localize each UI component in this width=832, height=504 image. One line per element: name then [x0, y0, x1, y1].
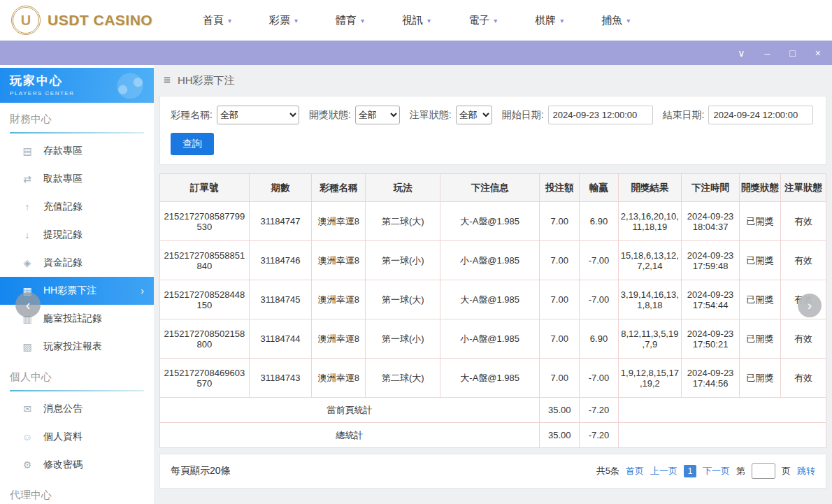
nav-item-home[interactable]: 首頁▾	[203, 14, 231, 27]
cell-lottery: 澳洲幸運8	[312, 241, 366, 280]
nav-item-video[interactable]: 視訊▾	[402, 14, 431, 27]
cell-time: 2024-09-23 17:50:21	[682, 319, 740, 359]
nav-label: 捕魚	[601, 14, 622, 27]
search-button[interactable]: 查詢	[171, 133, 214, 155]
chevron-down-icon: ▾	[427, 17, 431, 24]
nav-label: 首頁	[203, 14, 224, 27]
table-header: 投注額	[540, 174, 580, 202]
cell-time: 2024-09-23 18:04:37	[682, 202, 740, 241]
chevron-down-icon: ▾	[560, 17, 564, 24]
cell-amount: 7.00	[540, 319, 580, 359]
sidebar-item-label: 個人資料	[43, 431, 83, 443]
cell-result: 15,18,6,13,12,7,2,14	[618, 241, 682, 280]
table-row: 2152172708528448150 31184745 澳洲幸運8 第一球(大…	[160, 280, 826, 319]
window-collapse-button[interactable]: ∨	[738, 48, 745, 58]
section-agent-center[interactable]: 代理中心	[10, 489, 144, 504]
page-size-text: 每頁顯示20條	[171, 465, 231, 477]
jump-prefix-label: 第	[736, 465, 745, 477]
window-close-button[interactable]: ×	[815, 48, 821, 58]
chevron-down-icon: ▾	[361, 17, 364, 24]
nav-item-slots[interactable]: 電子▾	[468, 14, 497, 27]
pager: 共5条 首页 上一页 1 下一页 第 页 跳转	[596, 463, 815, 479]
nav-label: 體育	[336, 14, 357, 27]
transfer-icon: ⇄	[21, 173, 34, 185]
chevron-left-icon: ‹	[26, 297, 31, 313]
next-page-link[interactable]: 下一页	[703, 465, 730, 477]
sidebar-item-label: 取款專區	[43, 173, 83, 185]
cell-period: 31184746	[249, 241, 312, 280]
chevron-down-icon: ▾	[294, 17, 298, 24]
filter-actions: 查詢	[171, 133, 815, 155]
cell-draw-status: 已開獎	[740, 241, 781, 280]
filter-row: 彩種名稱: 全部 開獎狀態: 全部 注單狀態: 全部 開始日期: 結束日期:	[171, 106, 815, 124]
window-maximize-button[interactable]: □	[789, 48, 795, 58]
cell-amount: 7.00	[540, 359, 580, 398]
sidebar: 玩家中心 PLAYERS CENTER 財務中心 ▤存款專區 ⇄取款專區 ↑充值…	[0, 65, 154, 504]
first-page-link[interactable]: 首页	[626, 465, 644, 477]
sidebar-item-withdrawal-record[interactable]: ↓提現記錄	[0, 221, 154, 249]
cell-time: 2024-09-23 17:59:48	[682, 241, 740, 280]
report-icon: ▨	[21, 341, 34, 352]
sidebar-item-change-password[interactable]: ⚙修改密碼	[0, 451, 154, 479]
sidebar-item-profile[interactable]: ☺個人資料	[0, 423, 154, 451]
lottery-name-select[interactable]: 全部	[217, 106, 299, 124]
scroll-left-button[interactable]: ‹	[15, 292, 41, 317]
jump-button[interactable]: 跳转	[797, 465, 815, 477]
summary-label: 總統計	[160, 423, 540, 448]
cell-draw-status: 已開獎	[740, 280, 781, 319]
cell-play: 第一球(小)	[366, 319, 440, 359]
cell-order: 2152172708502158800	[160, 319, 250, 359]
draw-status-select[interactable]: 全部	[355, 106, 400, 124]
main-nav: 首頁▾ 彩票▾ 體育▾ 視訊▾ 電子▾ 棋牌▾ 捕魚▾	[203, 14, 630, 27]
cell-lottery: 澳洲幸運8	[312, 359, 366, 398]
section-finance-center[interactable]: 財務中心	[10, 113, 144, 134]
bet-status-select[interactable]: 全部	[456, 106, 492, 124]
page-title: HH彩票下注	[178, 74, 235, 87]
summary-empty-cell	[618, 423, 826, 448]
funds-icon: ◈	[21, 257, 34, 268]
sidebar-header: 玩家中心 PLAYERS CENTER	[0, 68, 154, 103]
current-page-button[interactable]: 1	[684, 465, 696, 477]
nav-item-fishing[interactable]: 捕魚▾	[601, 14, 630, 27]
section-personal-center[interactable]: 個人中心	[10, 370, 144, 391]
pagination-bar: 每頁顯示20條 共5条 首页 上一页 1 下一页 第 页 跳转	[159, 454, 826, 489]
recharge-icon: ↑	[21, 201, 34, 213]
cell-draw-status: 已開獎	[740, 319, 781, 359]
finance-menu: ▤存款專區 ⇄取款專區 ↑充值記錄 ↓提現記錄 ◈資金記錄 ▦HH彩票下注› ▥…	[0, 137, 154, 361]
table-header: 開獎狀態	[740, 174, 781, 202]
table-row: 2152172708558851840 31184746 澳洲幸運8 第一球(小…	[160, 241, 826, 280]
chevron-down-icon: ▾	[228, 17, 231, 24]
brand-name: USDT CASINO	[48, 12, 152, 29]
sidebar-item-recharge-record[interactable]: ↑充值記錄	[0, 193, 154, 221]
sidebar-item-player-bet-report[interactable]: ▨玩家投注報表	[0, 333, 154, 361]
brand-logo[interactable]: U USDT CASINO	[11, 6, 171, 35]
hamburger-menu-icon[interactable]: ≡	[164, 73, 171, 87]
table-header-row: 訂單號 期數 彩種名稱 玩法 下注信息 投注額 輸贏 開獎結果 下注時間 開獎狀…	[160, 174, 826, 202]
sidebar-item-deposit[interactable]: ▤存款專區	[0, 137, 154, 165]
sidebar-item-label: 資金記錄	[43, 257, 83, 269]
nav-item-lottery[interactable]: 彩票▾	[269, 14, 298, 27]
nav-item-cards[interactable]: 棋牌▾	[535, 14, 564, 27]
page-jump-input[interactable]	[752, 463, 775, 479]
end-date-input[interactable]	[708, 106, 813, 124]
draw-status-label: 開獎狀態:	[309, 109, 351, 122]
sidebar-item-fund-record[interactable]: ◈資金記錄	[0, 249, 154, 277]
cell-play: 第一球(大)	[366, 280, 440, 319]
prev-page-link[interactable]: 上一页	[650, 465, 677, 477]
cell-play: 第二球(大)	[366, 202, 440, 241]
deposit-icon: ▤	[21, 145, 34, 157]
sidebar-item-announcements[interactable]: ✉消息公告	[0, 395, 154, 423]
summary-label: 當前頁統計	[160, 398, 540, 423]
nav-item-sports[interactable]: 體育▾	[336, 14, 364, 27]
sidebar-item-label: 修改密碼	[43, 459, 83, 471]
window-minimize-button[interactable]: –	[765, 48, 770, 58]
filter-panel: 彩種名稱: 全部 開獎狀態: 全部 注單狀態: 全部 開始日期: 結束日期: 查…	[159, 96, 826, 165]
cell-draw-status: 已開獎	[740, 359, 781, 398]
start-date-input[interactable]	[548, 106, 653, 124]
cell-info: 大-A盤@1.985	[440, 359, 540, 398]
cell-period: 31184743	[249, 359, 312, 398]
cell-result: 2,13,16,20,10,11,18,19	[618, 202, 682, 241]
sidebar-item-withdraw[interactable]: ⇄取款專區	[0, 165, 154, 193]
scroll-right-button[interactable]: ›	[798, 294, 822, 317]
cell-period: 31184747	[249, 202, 312, 241]
